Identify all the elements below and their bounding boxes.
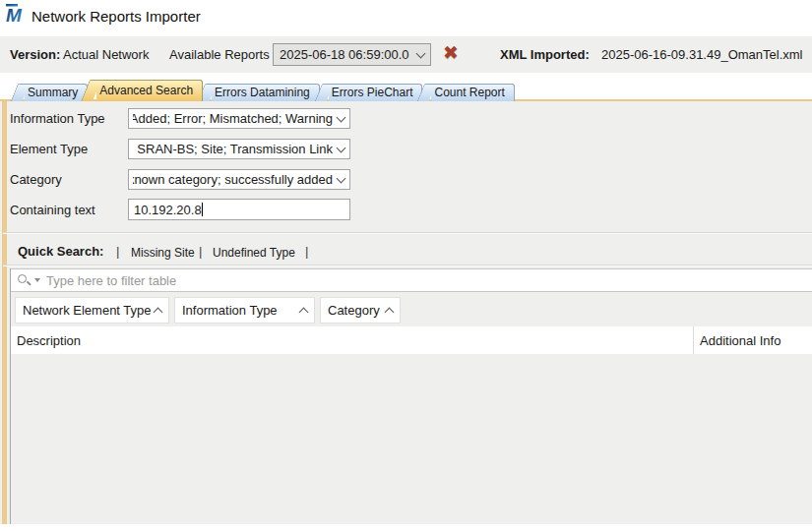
tab-errors-piechart[interactable]: Errors PieChart xyxy=(329,84,423,101)
delete-report-button[interactable]: ✖ xyxy=(443,41,459,64)
chevron-down-icon xyxy=(337,173,346,183)
column-filter-label: Information Type xyxy=(182,303,278,318)
column-filter-label: Network Element Type xyxy=(23,303,152,318)
separator: | xyxy=(199,244,202,259)
separator: | xyxy=(305,244,308,259)
chevron-up-icon xyxy=(299,308,309,318)
window-title: Network Reports Importer xyxy=(31,8,201,25)
table-body-empty xyxy=(11,354,812,524)
xml-imported-value: 2025-06-16-09.31.49_OmanTel.xml xyxy=(601,47,803,63)
version-label: Version: xyxy=(10,47,60,63)
column-divider xyxy=(693,326,694,354)
column-header-additional-info[interactable]: Additional Info xyxy=(700,326,781,354)
quick-search-undefined-type-link[interactable]: Undefined Type xyxy=(213,246,295,260)
column-filter-information-type[interactable]: Information Type xyxy=(174,297,315,324)
quick-search-label: Quick Search: xyxy=(18,244,103,259)
information-type-select[interactable]: Added; Error; Mismatched; Warning xyxy=(128,108,350,129)
category-label: Category xyxy=(10,169,124,190)
chevron-down-icon xyxy=(337,112,346,122)
app-logo-icon: M xyxy=(5,3,29,30)
results-table: Network Element Type Information Type Ca… xyxy=(10,268,812,524)
available-reports-value: 2025-06-18 06:59:00.0 xyxy=(280,47,412,62)
column-header-description[interactable]: Description xyxy=(17,326,81,354)
containing-text-value: 10.192.20.8 xyxy=(134,203,202,217)
element-type-label: Element Type xyxy=(10,139,124,159)
information-type-label: Information Type xyxy=(10,108,124,129)
text-cursor xyxy=(202,203,203,216)
category-select[interactable]: known category; successfully added xyxy=(128,169,350,190)
containing-text-input[interactable]: 10.192.20.8 xyxy=(128,199,350,220)
element-type-value: ; SRAN-BS; Site; Transmission Link xyxy=(133,142,333,156)
table-filter-bar xyxy=(11,268,812,292)
tab-advanced-search[interactable]: Advanced Search xyxy=(96,80,203,101)
table-header-row xyxy=(11,326,812,355)
tab-errors-datamining[interactable]: Errors Datamining xyxy=(212,84,320,101)
column-filter-network-element-type[interactable]: Network Element Type xyxy=(15,297,169,324)
tab-summary[interactable]: Summary xyxy=(25,84,88,101)
section-divider xyxy=(3,265,812,266)
separator: | xyxy=(116,244,119,259)
search-options-arrow-icon[interactable] xyxy=(34,278,40,282)
table-filter-input[interactable] xyxy=(44,272,806,289)
available-reports-select[interactable]: 2025-06-18 06:59:00.0 xyxy=(273,43,431,66)
column-filter-label: Category xyxy=(328,303,380,318)
chevron-up-icon xyxy=(154,308,163,318)
column-filter-category[interactable]: Category xyxy=(320,297,401,324)
category-value: known category; successfully added xyxy=(133,172,333,187)
element-type-select[interactable]: ; SRAN-BS; Site; Transmission Link xyxy=(128,139,350,159)
information-type-value: Added; Error; Mismatched; Warning xyxy=(133,111,333,126)
chevron-up-icon xyxy=(385,308,395,318)
quick-search-missing-site-link[interactable]: Missing Site xyxy=(131,246,195,260)
section-divider xyxy=(3,232,812,234)
tab-count-report[interactable]: Count Report xyxy=(431,84,514,101)
available-reports-label: Available Reports xyxy=(169,47,270,63)
tab-bar: Summary Advanced Search Errors Dataminin… xyxy=(25,80,524,101)
chevron-down-icon xyxy=(416,48,426,58)
containing-text-label: Containing text xyxy=(10,200,124,220)
xml-imported-label: XML Imported: xyxy=(500,47,590,63)
svg-text:M: M xyxy=(6,5,23,26)
panel-left-accent xyxy=(2,101,7,524)
search-icon xyxy=(17,273,31,287)
chevron-down-icon xyxy=(337,143,346,152)
version-value: Actual Network xyxy=(63,47,149,63)
